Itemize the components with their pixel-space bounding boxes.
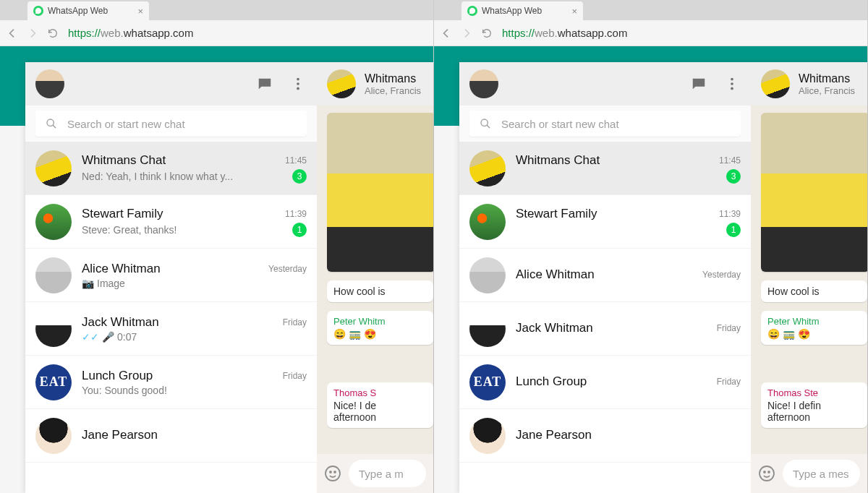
chat-name: Lunch Group (82, 369, 283, 383)
address-bar[interactable]: https://web.whatsapp.com (65, 23, 429, 43)
menu-icon[interactable] (723, 75, 741, 93)
chat-name: Lunch Group (516, 374, 717, 389)
sidebar-header (25, 62, 317, 106)
chat-name: Alice Whitman (516, 267, 702, 282)
chat-time: 11:45 (719, 155, 741, 166)
message-bubble[interactable]: Thomas Ste Nice! I defin afternoon (761, 382, 867, 428)
browser-window-left: WhatsApp Web × https://web.whatsapp.com (0, 0, 434, 493)
chat-list-item[interactable]: Stewart Family11:39Steve: Great, thanks!… (25, 195, 317, 249)
conversation-header[interactable]: Whitmans Alice, Francis (751, 62, 867, 106)
svg-point-8 (731, 82, 733, 85)
url-domain: whatsapp.com (124, 27, 194, 39)
chat-time: Yesterday (268, 264, 307, 274)
chat-list[interactable]: Whitmans Chat11:45Ned: Yeah, I think I k… (25, 142, 317, 493)
search-icon (480, 118, 491, 129)
chat-avatar (35, 311, 72, 347)
unread-badge: 3 (292, 169, 307, 184)
chat-time: Friday (717, 377, 741, 387)
message-bubble[interactable]: Peter Whitm 😄 🚃 😍 (761, 311, 867, 345)
chat-list-item[interactable]: Whitmans Chat11:45Ned: Yeah, I think I k… (25, 142, 317, 195)
whatsapp-app: Search or start new chat Whitmans Chat11… (459, 62, 867, 493)
chat-list-item[interactable]: Jack WhitmanFriday✓✓🎤0:07 (25, 302, 317, 356)
search-input[interactable]: Search or start new chat (469, 111, 741, 137)
chat-list-item[interactable]: Alice WhitmanYesterday📷Image (25, 249, 317, 302)
chat-name: Stewart Family (516, 207, 719, 221)
chat-name: Alice Whitman (82, 262, 268, 276)
forward-button[interactable] (459, 25, 475, 41)
close-tab-icon[interactable]: × (137, 6, 143, 17)
message-bubble[interactable]: How cool is (761, 280, 867, 302)
compose-input[interactable]: Type a m (349, 460, 426, 487)
search-input[interactable]: Search or start new chat (35, 111, 307, 137)
conversation-avatar (327, 69, 356, 98)
compose-bar: Type a m (317, 454, 433, 493)
conversation-title: Whitmans (365, 72, 421, 85)
browser-toolbar: https://web.whatsapp.com (0, 20, 433, 46)
chat-name: Stewart Family (82, 207, 285, 221)
reload-button[interactable] (45, 25, 61, 41)
menu-icon[interactable] (289, 75, 307, 93)
close-tab-icon[interactable]: × (571, 6, 577, 17)
svg-point-1 (297, 82, 299, 85)
chat-list-item[interactable]: Jane Pearson (459, 409, 751, 463)
chat-list-item[interactable]: Stewart Family11:391 (459, 195, 751, 249)
svg-point-11 (760, 466, 774, 481)
message-text: afternoon (333, 411, 427, 423)
reload-button[interactable] (479, 25, 495, 41)
chat-list-item[interactable]: EATLunch GroupFridayYou: Sounds good! (25, 356, 317, 409)
sidebar-header (459, 62, 751, 106)
forward-button[interactable] (25, 25, 41, 41)
conversation-header[interactable]: Whitmans Alice, Francis (317, 62, 433, 106)
message-wall: How cool is Peter Whitm 😄 🚃 😍 Thomas S N… (317, 106, 433, 435)
chat-list-item[interactable]: Alice WhitmanYesterday (459, 249, 751, 302)
chat-avatar (469, 257, 506, 293)
new-chat-icon[interactable] (690, 75, 707, 93)
chat-time: Yesterday (702, 270, 741, 280)
microphone-icon: 🎤 (102, 331, 114, 343)
chat-avatar: EAT (35, 364, 72, 400)
camera-icon: 📷 (82, 278, 94, 289)
tab-title: WhatsApp Web (482, 6, 542, 16)
browser-tab[interactable]: WhatsApp Web × (461, 1, 583, 20)
read-ticks-icon: ✓✓ (82, 331, 99, 343)
svg-point-10 (481, 119, 488, 126)
emoji-icon[interactable] (758, 465, 775, 482)
chat-name: Jane Pearson (516, 428, 741, 442)
message-sender: Thomas S (333, 387, 427, 398)
unread-badge: 1 (292, 223, 307, 237)
emoji-icon[interactable] (324, 465, 341, 482)
compose-input[interactable]: Type a mes (783, 460, 860, 487)
chat-list-item[interactable]: Jack WhitmanFriday (459, 302, 751, 356)
chat-preview: 📷Image (82, 278, 307, 289)
message-image[interactable] (327, 113, 433, 272)
new-chat-icon[interactable] (256, 75, 273, 93)
chat-avatar: EAT (469, 364, 506, 400)
chat-list-item[interactable]: EATLunch GroupFriday (459, 356, 751, 409)
url-protocol: https:// (68, 27, 101, 39)
message-bubble[interactable]: Thomas S Nice! I de afternoon (327, 382, 433, 428)
chat-list[interactable]: Whitmans Chat11:453Stewart Family11:391A… (459, 142, 751, 493)
conversation-subtitle: Alice, Francis (365, 85, 421, 96)
browser-toolbar: https://web.whatsapp.com (434, 20, 867, 46)
message-image[interactable] (761, 113, 867, 272)
tab-title: WhatsApp Web (48, 6, 108, 16)
chat-avatar (35, 418, 72, 454)
back-button[interactable] (4, 25, 20, 41)
browser-tab[interactable]: WhatsApp Web × (27, 1, 149, 20)
search-placeholder: Search or start new chat (67, 118, 185, 130)
chat-avatar (35, 257, 72, 293)
profile-avatar[interactable] (35, 69, 64, 98)
chat-name: Whitmans Chat (82, 153, 285, 168)
chat-list-item[interactable]: Jane Pearson (25, 409, 317, 463)
address-bar[interactable]: https://web.whatsapp.com (499, 23, 863, 43)
message-bubble[interactable]: Peter Whitm 😄 🚃 😍 (327, 311, 433, 345)
chat-avatar (35, 204, 72, 240)
search-row: Search or start new chat (25, 106, 317, 142)
svg-point-3 (47, 119, 54, 126)
chat-list-item[interactable]: Whitmans Chat11:453 (459, 142, 751, 195)
tab-bar: WhatsApp Web × (434, 0, 867, 20)
back-button[interactable] (438, 25, 454, 41)
whatsapp-favicon-icon (33, 6, 43, 16)
message-bubble[interactable]: How cool is (327, 280, 433, 302)
profile-avatar[interactable] (469, 69, 498, 98)
